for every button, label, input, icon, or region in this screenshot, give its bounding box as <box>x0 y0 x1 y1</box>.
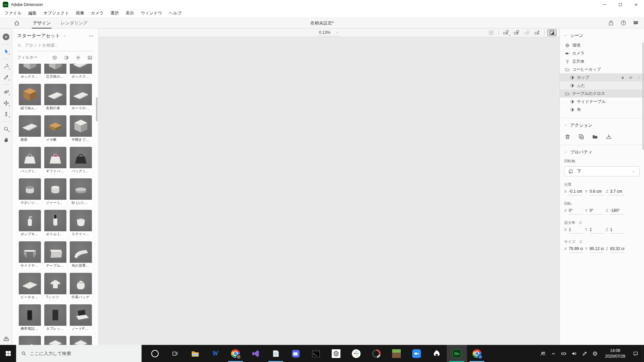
menu-item-4[interactable]: カメラ <box>88 10 107 16</box>
hand-tool[interactable] <box>1 134 11 145</box>
tray-battery[interactable] <box>558 345 569 362</box>
home-icon[interactable] <box>14 20 20 26</box>
menu-item-6[interactable]: 表示 <box>122 10 137 16</box>
camera-bookmarks[interactable] <box>501 29 511 36</box>
taskbar-app-adobe-dimension[interactable]: Dn <box>447 345 467 362</box>
axis-field-z[interactable]: Z83.32 cm <box>606 246 627 253</box>
asset-item[interactable]: ジャー (… <box>44 178 66 205</box>
orbit-tool[interactable] <box>1 86 11 98</box>
axis-field-z[interactable]: Z3.7 cm <box>606 189 627 195</box>
lock-icon[interactable] <box>621 75 625 80</box>
close-button[interactable]: ✕ <box>628 0 644 9</box>
magic-wand-tool[interactable] <box>1 61 11 72</box>
asset-item[interactable]: 曲面 <box>19 115 41 142</box>
menu-item-0[interactable]: ファイル <box>1 10 25 16</box>
taskbar-clock[interactable]: 14:08 2020/07/29 <box>600 348 630 359</box>
taskbar-app-chrome-profile-2[interactable] <box>467 345 487 362</box>
taskbar-app-onigiri-app[interactable] <box>427 345 447 362</box>
group-objects-icon[interactable] <box>592 134 598 140</box>
taskbar-app-notepad[interactable] <box>266 345 286 362</box>
taskbar-app-discord[interactable] <box>286 345 306 362</box>
asset-item[interactable]: テーブル… <box>44 241 66 268</box>
tray-eject[interactable] <box>590 345 600 362</box>
saved-cameras[interactable] <box>533 29 542 36</box>
export-object-icon[interactable] <box>606 134 612 140</box>
eye-icon[interactable] <box>629 75 633 80</box>
menu-item-5[interactable]: 選択 <box>107 10 122 16</box>
start-button[interactable] <box>0 345 16 362</box>
menu-item-2[interactable]: オブジェクト <box>40 10 72 16</box>
menu-item-8[interactable]: ヘルプ <box>165 10 185 16</box>
taskbar-app-task-view[interactable] <box>165 345 185 362</box>
asset-item[interactable]: ボックス… <box>70 64 92 79</box>
asset-item[interactable]: スクイー… <box>70 210 92 237</box>
asset-item[interactable]: 半開きで… <box>70 115 92 142</box>
select-tool[interactable] <box>1 46 11 57</box>
help-icon[interactable] <box>621 20 626 26</box>
pan-tool[interactable] <box>1 98 11 109</box>
asset-item[interactable]: 名刺の束 <box>44 84 66 111</box>
minimize-button[interactable] <box>597 0 612 9</box>
scene-node-5[interactable]: ふた <box>560 81 644 89</box>
unlink-icon[interactable] <box>579 240 583 244</box>
asset-item[interactable]: ビーチタ… <box>19 273 41 300</box>
collapse-panel-icon[interactable] <box>3 336 9 342</box>
taskbar-app-terminal[interactable] <box>306 345 326 362</box>
axis-field-z[interactable]: Z-180° <box>606 208 627 215</box>
action-center-button[interactable] <box>630 345 641 362</box>
scene-section-header[interactable]: シーン <box>560 28 644 41</box>
asset-item[interactable]: メモ帳 <box>44 115 66 142</box>
filter-images-icon[interactable] <box>88 55 92 60</box>
taskbar-app-visual-studio[interactable] <box>246 345 266 362</box>
asset-item[interactable] <box>70 336 92 345</box>
unlink-icon[interactable] <box>578 221 583 225</box>
menu-item-3[interactable]: 画像 <box>72 10 88 16</box>
rotation-axis-select[interactable]: 下 <box>564 166 640 176</box>
axis-field-z[interactable]: Z1 <box>606 227 627 234</box>
filter-lights-icon[interactable] <box>76 55 80 60</box>
show-desktop-button[interactable] <box>642 345 644 362</box>
scene-node-2[interactable]: 立方体 <box>560 57 644 65</box>
asset-item[interactable]: 立方体の… <box>44 64 66 79</box>
asset-item[interactable]: カードの… <box>70 84 92 111</box>
tray-volume[interactable] <box>569 345 579 362</box>
asset-item[interactable]: 紐で結ん… <box>19 84 41 111</box>
asset-item[interactable]: ボトル (… <box>44 210 66 237</box>
asset-item[interactable]: 布の背景… <box>70 241 92 268</box>
chevron-right-icon[interactable] <box>637 75 641 80</box>
zoom-tool[interactable] <box>1 123 11 134</box>
menu-item-1[interactable]: 編集 <box>25 10 40 16</box>
share-icon[interactable] <box>608 20 614 26</box>
asset-item[interactable] <box>44 336 66 345</box>
asset-item[interactable]: 巾着バッグ <box>70 273 92 300</box>
dolly-tool[interactable] <box>1 109 11 120</box>
tray-pen[interactable] <box>579 345 590 362</box>
asset-item[interactable]: ポンプキ… <box>19 210 41 237</box>
render-preview-toggle[interactable] <box>547 29 556 36</box>
asset-item[interactable]: バッグ (… <box>70 147 92 174</box>
menu-item-7[interactable]: ウィンドウ <box>137 10 165 16</box>
taskbar-app-file-explorer[interactable] <box>185 345 205 362</box>
scene-node-0[interactable]: 環境 <box>560 41 644 49</box>
actions-section-header[interactable]: アクション <box>560 118 644 130</box>
scene-node-1[interactable]: カメラ <box>560 49 644 57</box>
maximize-button[interactable] <box>612 0 628 9</box>
tray-hiddens-chevron-icon[interactable] <box>548 345 558 362</box>
taskbar-app-cortana[interactable] <box>145 345 165 362</box>
axis-field-x[interactable]: X0° <box>564 208 585 215</box>
asset-item[interactable]: Tシャツ <box>44 273 66 300</box>
filter-materials-icon[interactable] <box>64 55 69 60</box>
asset-item[interactable]: サイドテ… <box>19 241 41 268</box>
taskbar-app-slack[interactable] <box>346 345 366 362</box>
scene-scrollbar[interactable] <box>642 43 644 150</box>
asset-item[interactable]: ノートP… <box>70 304 92 331</box>
scene-node-7[interactable]: サイドテーブル <box>560 98 644 106</box>
panel-menu-icon[interactable] <box>89 34 94 39</box>
sampler-tool[interactable] <box>1 72 11 83</box>
axis-field-x[interactable]: X1 <box>564 227 585 234</box>
asset-item[interactable]: ボックス… <box>19 64 41 79</box>
assets-scrollbar[interactable] <box>96 97 98 121</box>
asset-item[interactable] <box>19 336 41 345</box>
scene-node-6[interactable]: テーブルのクロス <box>560 89 644 98</box>
axis-field-x[interactable]: X75.99 cm <box>564 246 585 253</box>
